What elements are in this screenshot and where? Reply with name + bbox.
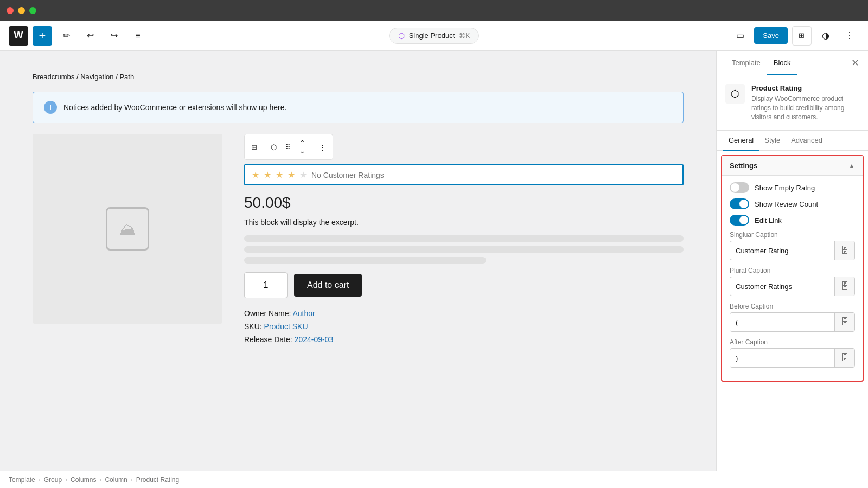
contrast-button[interactable]: ◑ bbox=[816, 26, 835, 46]
breadcrumb-pill-icon: ⬡ bbox=[398, 31, 405, 40]
add-icon: + bbox=[39, 29, 46, 43]
layout-toggle-button[interactable]: ⊞ bbox=[792, 26, 812, 46]
skeleton-line-3 bbox=[244, 257, 486, 264]
panel-tabs: Template Block ✕ bbox=[717, 51, 868, 75]
edit-link-toggle[interactable] bbox=[730, 215, 749, 226]
plural-caption-input[interactable] bbox=[730, 278, 834, 295]
block-info-text: Product Rating Display WooCommerce produ… bbox=[751, 84, 859, 121]
product-details: ⊞ ⬡ ⠿ ⌃⌄ ⋮ ★ ★ ★ ★ ★ No Customer Ratings bbox=[244, 134, 684, 348]
undo-button[interactable]: ↩ bbox=[80, 26, 100, 46]
singular-caption-input-row: 🗄 bbox=[730, 241, 855, 260]
add-to-cart-button[interactable]: Add to cart bbox=[294, 274, 362, 297]
star-5: ★ bbox=[299, 170, 307, 180]
edit-icon-button[interactable]: ✏ bbox=[56, 26, 76, 46]
add-block-button[interactable]: + bbox=[33, 26, 52, 46]
titlebar bbox=[0, 0, 868, 21]
bc-sep-2: › bbox=[65, 476, 67, 484]
edit-link-label: Edit Link bbox=[755, 216, 782, 224]
bc-item-group[interactable]: Group bbox=[44, 476, 62, 484]
toolbar-separator-1 bbox=[264, 140, 264, 153]
breadcrumb-pill-text: Single Product bbox=[409, 31, 455, 40]
before-caption-input[interactable] bbox=[730, 314, 834, 331]
block-icon-button[interactable]: ⬡ bbox=[267, 141, 280, 153]
bc-sep-4: › bbox=[131, 476, 133, 484]
sub-tab-general[interactable]: General bbox=[723, 131, 759, 151]
plural-caption-label: Plural Caption bbox=[730, 267, 855, 274]
toolbar-right: ▭ Save ⊞ ◑ ⋮ bbox=[579, 26, 859, 46]
product-excerpt: This block will display the excerpt. bbox=[244, 218, 684, 227]
bc-item-column[interactable]: Column bbox=[105, 476, 127, 484]
redo-button[interactable]: ↪ bbox=[104, 26, 124, 46]
before-caption-db-icon[interactable]: 🗄 bbox=[834, 313, 854, 331]
after-caption-group: After Caption 🗄 bbox=[730, 338, 855, 368]
after-caption-label: After Caption bbox=[730, 338, 855, 346]
panel-close-button[interactable]: ✕ bbox=[851, 57, 859, 69]
star-2: ★ bbox=[264, 170, 271, 180]
traffic-light-minimize[interactable] bbox=[18, 7, 25, 14]
bc-sep-1: › bbox=[39, 476, 41, 484]
notice-text: Notices added by WooCommerce or extensio… bbox=[63, 103, 286, 112]
edit-link-row: Edit Link bbox=[730, 215, 855, 226]
after-caption-input[interactable] bbox=[730, 350, 834, 367]
settings-header[interactable]: Settings ▲ bbox=[722, 156, 863, 176]
sub-tab-advanced[interactable]: Advanced bbox=[786, 131, 828, 151]
drag-handle[interactable]: ⠿ bbox=[282, 141, 294, 153]
singular-caption-input[interactable] bbox=[730, 242, 834, 259]
block-desc: Display WooCommerce product ratings to b… bbox=[751, 94, 859, 121]
rating-block[interactable]: ★ ★ ★ ★ ★ No Customer Ratings bbox=[244, 164, 684, 185]
product-layout: ⊞ ⬡ ⠿ ⌃⌄ ⋮ ★ ★ ★ ★ ★ No Customer Ratings bbox=[33, 134, 684, 348]
after-caption-db-icon[interactable]: 🗄 bbox=[834, 349, 854, 367]
main-toolbar: W + ✏ ↩ ↪ ≡ ⬡ Single Product ⌘K ▭ Save ⊞… bbox=[0, 21, 868, 51]
notice-block: i Notices added by WooCommerce or extens… bbox=[33, 92, 684, 123]
breadcrumb-pill[interactable]: ⬡ Single Product ⌘K bbox=[389, 28, 480, 44]
plural-caption-db-icon[interactable]: 🗄 bbox=[834, 277, 854, 296]
traffic-light-maximize[interactable] bbox=[29, 7, 36, 14]
block-type-button[interactable]: ⊞ bbox=[248, 141, 260, 153]
meta-date-link[interactable]: 2024-09-03 bbox=[295, 335, 334, 344]
show-empty-rating-label: Show Empty Ratng bbox=[755, 184, 815, 192]
toggle-knob bbox=[731, 183, 739, 192]
right-panel: Template Block ✕ ⬡ Product Rating Displa… bbox=[716, 51, 868, 488]
image-placeholder-icon bbox=[106, 207, 149, 251]
before-caption-group: Before Caption 🗄 bbox=[730, 303, 855, 332]
before-caption-label: Before Caption bbox=[730, 303, 855, 310]
move-up-down-button[interactable]: ⌃⌄ bbox=[296, 137, 309, 157]
block-info-icon: ⬡ bbox=[725, 84, 745, 104]
plural-caption-group: Plural Caption 🗄 bbox=[730, 267, 855, 296]
preview-button[interactable]: ▭ bbox=[730, 26, 750, 46]
quantity-input[interactable] bbox=[244, 272, 288, 298]
rating-block-icon: ⬡ bbox=[731, 88, 739, 100]
main-layout: Breadcrumbs / Navigation / Path i Notice… bbox=[0, 51, 868, 488]
block-info: ⬡ Product Rating Display WooCommerce pro… bbox=[717, 75, 868, 131]
singular-caption-db-icon[interactable]: 🗄 bbox=[834, 241, 854, 260]
bc-item-columns[interactable]: Columns bbox=[71, 476, 96, 484]
meta-owner-link[interactable]: Author bbox=[292, 309, 315, 318]
star-3: ★ bbox=[276, 170, 283, 180]
show-review-count-toggle[interactable] bbox=[730, 198, 749, 209]
bc-item-product-rating[interactable]: Product Rating bbox=[136, 476, 179, 484]
wp-logo-text: W bbox=[14, 30, 23, 41]
wordpress-logo[interactable]: W bbox=[9, 26, 28, 46]
product-price: 50.00$ bbox=[244, 194, 684, 211]
more-options-button[interactable]: ⋮ bbox=[316, 141, 329, 153]
settings-menu-button[interactable]: ⋮ bbox=[840, 26, 859, 46]
product-image bbox=[33, 134, 222, 324]
list-view-button[interactable]: ≡ bbox=[128, 26, 148, 46]
settings-section: Settings ▲ Show Empty Ratng Show Review bbox=[721, 155, 864, 382]
bc-item-template[interactable]: Template bbox=[9, 476, 35, 484]
sub-tab-style[interactable]: Style bbox=[759, 131, 786, 151]
block-title: Product Rating bbox=[751, 84, 859, 92]
traffic-light-close[interactable] bbox=[7, 7, 14, 14]
show-empty-rating-toggle[interactable] bbox=[730, 182, 749, 193]
save-button[interactable]: Save bbox=[754, 27, 788, 44]
tab-block[interactable]: Block bbox=[767, 51, 797, 75]
tab-template[interactable]: Template bbox=[725, 51, 767, 75]
add-to-cart-row: Add to cart bbox=[244, 272, 684, 298]
meta-date: Release Date: 2024-09-03 bbox=[244, 335, 684, 344]
star-4: ★ bbox=[288, 170, 295, 180]
meta-date-label: Release Date: bbox=[244, 335, 292, 344]
settings-body: Show Empty Ratng Show Review Count Edit … bbox=[722, 176, 863, 381]
meta-sku-link[interactable]: Product SKU bbox=[264, 322, 308, 331]
star-1: ★ bbox=[252, 170, 259, 180]
toolbar-center: ⬡ Single Product ⌘K bbox=[293, 28, 574, 44]
